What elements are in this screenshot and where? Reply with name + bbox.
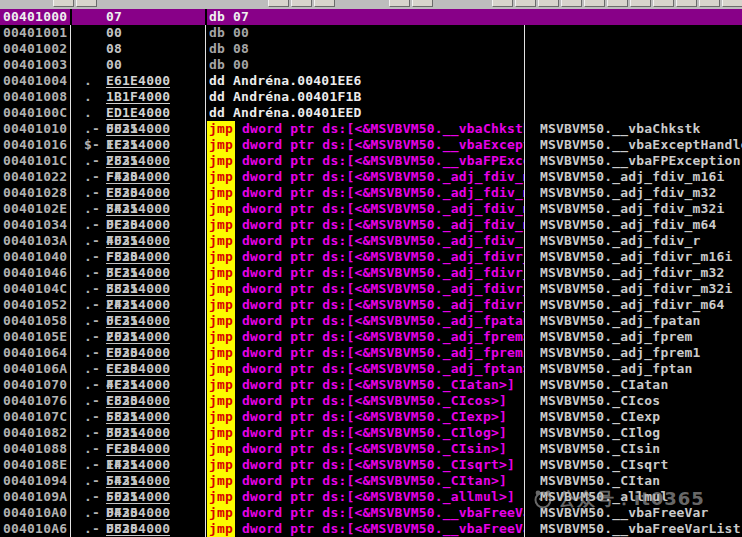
disasm-row[interactable]: 00401028 .- FF25 E8304000 jmpdword ptr d…	[0, 185, 742, 201]
disassembly-cell: jmpdword ptr ds:[<&MSVBVM50._adj_fpatan>…	[207, 313, 524, 329]
toolbar-button[interactable]	[630, 0, 651, 7]
address-cell: 00401058	[3, 313, 69, 329]
toolbar-button[interactable]	[314, 0, 335, 7]
toolbar-button[interactable]	[699, 0, 720, 7]
address-cell: 00401034	[3, 217, 69, 233]
toolbar-button[interactable]	[291, 0, 312, 7]
disasm-row[interactable]: 00401000 07 db 07	[0, 9, 742, 25]
jmp-operands: dword ptr ds:[<&MSVBVM50._CIexp>]	[242, 409, 507, 425]
address-cell: 0040101C	[3, 153, 69, 169]
disasm-row[interactable]: 0040100C . ED1E4000 dd Andréna.00401EED	[0, 105, 742, 121]
disasm-row[interactable]: 0040107C .- FF25 58314000 jmpdword ptr d…	[0, 409, 742, 425]
disasm-row[interactable]: 00401046 .- FF25 3C314000 jmpdword ptr d…	[0, 265, 742, 281]
disasm-row[interactable]: 0040101C .- FF25 28314000 jmpdword ptr d…	[0, 153, 742, 169]
analysis-mark: .-	[84, 297, 104, 313]
disassembly-cell: jmpdword ptr ds:[<&MSVBVM50._CIexp>]	[207, 409, 524, 425]
disasm-row[interactable]: 00401022 .- FF25 F4304000 jmpdword ptr d…	[0, 169, 742, 185]
disasm-row[interactable]: 0040102E .- FF25 34314000 jmpdword ptr d…	[0, 201, 742, 217]
disasm-row[interactable]: 00401082 .- FF25 30314000 jmpdword ptr d…	[0, 425, 742, 441]
toolbar-button[interactable]	[76, 0, 97, 7]
disasm-row[interactable]: 00401058 .- FF25 0C314000 jmpdword ptr d…	[0, 313, 742, 329]
disasm-row[interactable]: 00401064 .- FF25 E0304000 jmpdword ptr d…	[0, 345, 742, 361]
disassembly-cell: jmpdword ptr ds:[<&MSVBVM50._adj_fdiv_m3…	[207, 185, 524, 201]
comment-cell: MSVBVM50._CIatan	[540, 377, 742, 393]
analysis-mark	[84, 9, 104, 25]
disasm-row[interactable]: 00401001 00 db 00	[0, 25, 742, 41]
jmp-operands: dword ptr ds:[<&MSVBVM50._CIsqrt>]	[242, 457, 515, 473]
comment-cell: MSVBVM50._adj_fptan	[540, 361, 742, 377]
analysis-mark: .	[84, 73, 104, 89]
disasm-row[interactable]: 00401052 .- FF25 24314000 jmpdword ptr d…	[0, 297, 742, 313]
disasm-row[interactable]: 00401003 00 db 00	[0, 57, 742, 73]
disassembly-pane[interactable]: 00401000 07 db 07 00401001 00 db 00 0040…	[0, 9, 742, 537]
analysis-mark: .-	[84, 121, 104, 137]
jmp-mnemonic: jmp	[207, 121, 235, 137]
disasm-row[interactable]: 0040103A .- FF25 40314000 jmpdword ptr d…	[0, 233, 742, 249]
toolbar-button[interactable]	[412, 0, 433, 7]
toolbar-button[interactable]	[561, 0, 582, 7]
hexdump-cell: FF25 34314000	[106, 201, 205, 217]
comment-cell	[540, 73, 742, 89]
disasm-row[interactable]: 00401004 . E61E4000 dd Andréna.00401EE6	[0, 73, 742, 89]
toolbar-button[interactable]	[538, 0, 559, 7]
disasm-row[interactable]: 00401076 .- FF25 C8304000 jmpdword ptr d…	[0, 393, 742, 409]
address-cell: 00401064	[3, 345, 69, 361]
analysis-mark: $-	[84, 137, 104, 153]
disasm-row[interactable]: 00401008 . 1B1F4000 dd Andréna.00401F1B	[0, 89, 742, 105]
disasm-row[interactable]: 00401002 08 db 08	[0, 41, 742, 57]
disassembly-cell: jmpdword ptr ds:[<&MSVBVM50._adj_fdivr_m…	[207, 297, 524, 313]
jmp-operands: dword ptr ds:[<&MSVBVM50._CIlog>]	[242, 425, 507, 441]
jmp-mnemonic: jmp	[207, 361, 235, 377]
toolbar-button[interactable]	[653, 0, 674, 7]
disasm-row[interactable]: 0040106A .- FF25 CC304000 jmpdword ptr d…	[0, 361, 742, 377]
comment-cell: MSVBVM50._CIsin	[540, 441, 742, 457]
toolbar-button[interactable]	[607, 0, 628, 7]
disasm-row[interactable]: 004010A6 .- FF25 D8304000 jmpdword ptr d…	[0, 521, 742, 537]
analysis-mark: .-	[84, 409, 104, 425]
toolbar-button[interactable]	[584, 0, 605, 7]
toolbar-button[interactable]	[53, 0, 74, 7]
jmp-operands: dword ptr ds:[<&MSVBVM50._adj_fdivr_m32i…	[242, 281, 524, 297]
disasm-row[interactable]: 0040109A .- FF25 50314000 jmpdword ptr d…	[0, 489, 742, 505]
toolbar-button[interactable]	[722, 0, 742, 7]
toolbar-button[interactable]	[389, 0, 410, 7]
disasm-row[interactable]: 00401070 .- FF25 4C314000 jmpdword ptr d…	[0, 377, 742, 393]
disasm-row[interactable]: 00401016 $- FF25 1C314000 jmpdword ptr d…	[0, 137, 742, 153]
hexdump-cell: FF25 38314000	[106, 281, 205, 297]
comment-cell: MSVBVM50._adj_fdivr_m64	[540, 297, 742, 313]
disassembly-cell: jmpdword ptr ds:[<&MSVBVM50._allmul>]	[207, 489, 524, 505]
disasm-row[interactable]: 004010A0 .- FF25 D4304000 jmpdword ptr d…	[0, 505, 742, 521]
instruction-text: db 08	[209, 41, 249, 57]
disasm-row[interactable]: 00401010 .- FF25 00314000 jmpdword ptr d…	[0, 121, 742, 137]
fixup-bytes: 1B1F4000	[106, 89, 170, 105]
hexdump-cell: FF25 D4304000	[106, 505, 205, 521]
jmp-operands: dword ptr ds:[<&MSVBVM50._CIsin>]	[242, 441, 507, 457]
disasm-row[interactable]: 00401088 .- FF25 FC304000 jmpdword ptr d…	[0, 441, 742, 457]
disasm-row[interactable]: 0040104C .- FF25 38314000 jmpdword ptr d…	[0, 281, 742, 297]
disasm-row[interactable]: 0040105E .- FF25 20314000 jmpdword ptr d…	[0, 329, 742, 345]
disasm-row[interactable]: 00401040 .- FF25 F8304000 jmpdword ptr d…	[0, 249, 742, 265]
disasm-row[interactable]: 00401094 .- FF25 54314000 jmpdword ptr d…	[0, 473, 742, 489]
disasm-row[interactable]: 0040108E .- FF25 14314000 jmpdword ptr d…	[0, 457, 742, 473]
disasm-row[interactable]: 00401034 .- FF25 DC304000 jmpdword ptr d…	[0, 217, 742, 233]
hexdump-cell: FF25 40314000	[106, 233, 205, 249]
analysis-mark: .-	[84, 457, 104, 473]
fixup-bytes: E0304000	[106, 345, 170, 361]
analysis-mark: .-	[84, 265, 104, 281]
comment-cell: MSVBVM50.__vbaExceptHandler	[540, 137, 742, 153]
analysis-mark: .-	[84, 489, 104, 505]
fixup-bytes: CC304000	[106, 361, 170, 377]
toolbar-button[interactable]	[268, 0, 289, 7]
fixup-bytes: ED1E4000	[106, 105, 170, 121]
jmp-operands: dword ptr ds:[<&MSVBVM50._adj_fdivr_m32>…	[242, 265, 524, 281]
toolbar-button[interactable]	[492, 0, 513, 7]
instruction-text: db 00	[209, 57, 249, 73]
jmp-mnemonic: jmp	[207, 409, 235, 425]
toolbar-button[interactable]	[676, 0, 697, 7]
address-cell: 0040108E	[3, 457, 69, 473]
fixup-bytes: 28314000	[106, 153, 170, 169]
comment-cell: MSVBVM50._CIcos	[540, 393, 742, 409]
hexdump-cell: FF25 4C314000	[106, 377, 205, 393]
address-cell: 0040105E	[3, 329, 69, 345]
toolbar-button[interactable]	[515, 0, 536, 7]
